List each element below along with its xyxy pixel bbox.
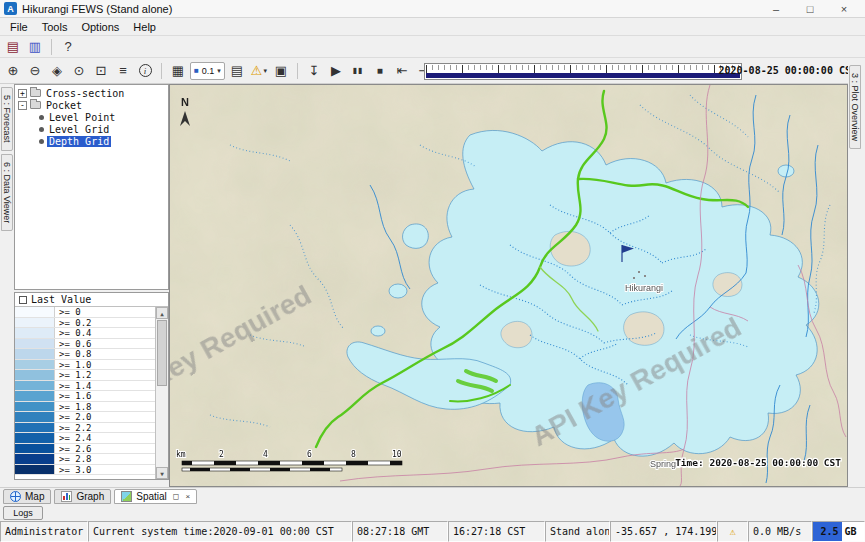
spatial-icon bbox=[121, 491, 132, 502]
tree-node-level-point[interactable]: Level Point bbox=[15, 111, 168, 123]
tree-node-label[interactable]: Cross-section bbox=[44, 88, 126, 99]
legend-scrollbar[interactable]: ▲ ▼ bbox=[155, 307, 168, 479]
chevron-down-icon: ▾ bbox=[217, 67, 221, 75]
collapse-icon[interactable]: - bbox=[18, 101, 27, 110]
scroll-thumb[interactable] bbox=[157, 320, 167, 386]
legend-row: >= 0.2 bbox=[15, 318, 155, 329]
help-icon[interactable]: ? bbox=[58, 37, 78, 56]
legend-swatch bbox=[15, 370, 55, 380]
legend-swatch bbox=[15, 391, 55, 401]
tree-node-pocket[interactable]: - Pocket bbox=[15, 99, 168, 111]
svg-text:km: km bbox=[176, 450, 186, 459]
tree-node-label[interactable]: Level Point bbox=[47, 112, 117, 123]
tab-graph[interactable]: Graph bbox=[54, 489, 111, 504]
spatial-map[interactable]: API Key Required API Key Required Hikura… bbox=[169, 84, 848, 487]
close-tab-icon[interactable]: × bbox=[185, 492, 190, 501]
pan-icon[interactable]: ◈ bbox=[47, 61, 67, 80]
ground-profile-icon[interactable]: ↧ bbox=[304, 61, 324, 80]
node-bullet-icon bbox=[39, 139, 44, 144]
tree-node-label-selected[interactable]: Depth Grid bbox=[47, 136, 111, 147]
svg-text:8: 8 bbox=[351, 450, 356, 459]
tree-node-cross-section[interactable]: + Cross-section bbox=[15, 87, 168, 99]
chart-icon bbox=[61, 491, 72, 502]
profile-tool-icon[interactable]: ▤ bbox=[227, 61, 247, 80]
maximize-icon[interactable]: □ bbox=[793, 3, 827, 15]
separator bbox=[297, 63, 298, 79]
database-icon[interactable]: ▤ bbox=[3, 37, 23, 56]
legend-swatch bbox=[15, 307, 55, 317]
expand-icon[interactable]: + bbox=[18, 89, 27, 98]
class-break-value: 0.1 bbox=[202, 66, 215, 76]
skip-to-start-icon[interactable]: ⇤ bbox=[392, 61, 412, 80]
status-transfer-rate: 0.0 MB/s bbox=[748, 521, 812, 542]
legend-swatch bbox=[15, 465, 55, 475]
zoom-extent-icon[interactable]: ⊡ bbox=[91, 61, 111, 80]
tab-forecast[interactable]: 5 : Forecast bbox=[1, 87, 13, 151]
svg-text:N: N bbox=[181, 96, 189, 108]
tab-plot-overview[interactable]: 3 : Plot Overview bbox=[849, 65, 861, 149]
menu-file[interactable]: File bbox=[3, 20, 35, 34]
tab-data-viewer[interactable]: 6 : Data Viewer bbox=[1, 154, 13, 231]
layers-icon[interactable]: ≡ bbox=[113, 61, 133, 80]
zoom-previous-icon[interactable]: ⊙ bbox=[69, 61, 89, 80]
scroll-down-icon[interactable]: ▼ bbox=[156, 467, 168, 479]
time-slider-bar bbox=[426, 73, 740, 78]
status-local-time: 16:27:18 CST bbox=[448, 521, 545, 542]
svg-text:10: 10 bbox=[392, 450, 402, 459]
tab-spatial[interactable]: Spatial ◻ × bbox=[114, 489, 197, 504]
legend-header: Last Value bbox=[15, 293, 168, 307]
map-time-label: Time: 2020-08-25 00:00:00 CST bbox=[675, 457, 841, 468]
app-logo-icon: A bbox=[4, 2, 17, 15]
legend-row: >= 1.0 bbox=[15, 360, 155, 371]
svg-text:6: 6 bbox=[307, 450, 312, 459]
main-toolbar: ▤ ▥ ? bbox=[0, 35, 865, 58]
menu-bar: File Tools Options Help bbox=[0, 18, 865, 35]
status-mode: Stand alone bbox=[545, 521, 610, 542]
movie-export-icon[interactable]: ▣ bbox=[271, 61, 291, 80]
town-label: Hikurangi bbox=[625, 283, 663, 293]
legend-row: >= 2.6 bbox=[15, 444, 155, 455]
legend-panel: Last Value >= 0 >= 0.2 >= 0.4 >= 0.6 >= … bbox=[14, 292, 169, 480]
menu-tools[interactable]: Tools bbox=[35, 20, 75, 34]
legend-row: >= 1.4 bbox=[15, 381, 155, 392]
zoom-out-icon[interactable]: ⊖ bbox=[25, 61, 45, 80]
status-coordinates: -35.657 , 174.199 bbox=[610, 521, 717, 542]
legend-row: >= 0 bbox=[15, 307, 155, 318]
svg-text:4: 4 bbox=[263, 450, 268, 459]
warning-threshold-icon[interactable]: ⚠▾ bbox=[249, 61, 269, 80]
stop-icon[interactable]: ■ bbox=[370, 61, 390, 80]
status-system-time: Current system time:2020-09-01 00:00 CST bbox=[88, 521, 352, 542]
folder-icon bbox=[30, 101, 41, 109]
tree-node-label[interactable]: Pocket bbox=[44, 100, 84, 111]
grid-display-icon[interactable]: ▦ bbox=[168, 61, 188, 80]
menu-options[interactable]: Options bbox=[74, 20, 126, 34]
tab-map[interactable]: Map bbox=[3, 489, 51, 504]
class-break-dropdown[interactable]: ■ 0.1 ▾ bbox=[190, 62, 225, 80]
zoom-in-icon[interactable]: ⊕ bbox=[3, 61, 23, 80]
legend-swatch bbox=[15, 444, 55, 454]
window-title: Hikurangi FEWS (Stand alone) bbox=[22, 3, 172, 15]
last-value-checkbox[interactable] bbox=[19, 296, 27, 304]
legend-swatch bbox=[15, 328, 55, 338]
info-icon[interactable]: i bbox=[135, 61, 155, 80]
play-icon[interactable]: ▶ bbox=[326, 61, 346, 80]
legend-header-label: Last Value bbox=[31, 294, 91, 305]
scroll-up-icon[interactable]: ▲ bbox=[156, 307, 168, 319]
restore-panel-icon[interactable]: ◻ bbox=[173, 492, 180, 501]
display-manager-icon[interactable]: ▥ bbox=[25, 37, 45, 56]
status-memory-gauge: 2.5 GB bbox=[812, 521, 865, 542]
window-controls: – □ × bbox=[759, 3, 861, 15]
time-slider[interactable] bbox=[424, 63, 742, 80]
legend-row: >= 1.2 bbox=[15, 370, 155, 381]
tree-node-level-grid[interactable]: Level Grid bbox=[15, 123, 168, 135]
tree-node-label[interactable]: Level Grid bbox=[47, 124, 111, 135]
close-icon[interactable]: × bbox=[827, 3, 861, 15]
tree-node-depth-grid[interactable]: Depth Grid bbox=[15, 135, 168, 147]
legend-swatch bbox=[15, 318, 55, 328]
status-warning-icon[interactable]: ⚠ bbox=[717, 521, 748, 542]
pause-icon[interactable]: ▮▮ bbox=[348, 61, 368, 80]
menu-help[interactable]: Help bbox=[126, 20, 163, 34]
logs-button[interactable]: Logs bbox=[3, 506, 43, 520]
logs-row: Logs bbox=[0, 505, 865, 521]
minimize-icon[interactable]: – bbox=[759, 3, 793, 15]
